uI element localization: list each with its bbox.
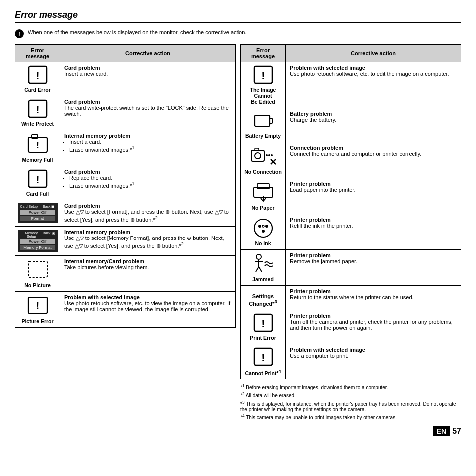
no-picture-icon <box>27 259 49 280</box>
action-cell: Internal memory/Card problem Take pictur… <box>60 256 236 292</box>
svg-rect-15 <box>270 118 272 123</box>
icon-cell-battery-empty: Battery Empty <box>241 108 286 142</box>
footnote-4: *4 This camera may be unable to print im… <box>240 413 461 420</box>
page-number-area: EN 57 <box>15 426 461 436</box>
left-table: Error message Corrective action ! Card E… <box>15 44 236 328</box>
settings-changed-label: SettingsChanged*3 <box>243 290 283 307</box>
print-error-icon: ! <box>253 313 273 332</box>
intro-note: ! When one of the messages below is disp… <box>15 29 461 38</box>
action-cell: Problem with selected image Use photo re… <box>60 292 236 328</box>
action-cell: Connection problem Connect the camera an… <box>286 142 461 178</box>
svg-rect-14 <box>255 115 270 126</box>
table-row: ! Cannot Print*4 Problem with selected i… <box>241 344 461 379</box>
footnotes: *1 Before erasing important images, down… <box>240 383 461 420</box>
footnote-2: *2 All data will be erased. <box>240 391 461 398</box>
icon-label: Card Full <box>17 191 58 197</box>
icon-label: Card Error <box>17 87 58 93</box>
icon-label: Cannot Print*4 <box>243 369 283 376</box>
svg-rect-9 <box>28 261 47 277</box>
icon-label: No Connection <box>243 169 283 175</box>
no-paper-icon <box>252 181 274 202</box>
jammed-icon <box>252 253 275 274</box>
table-row: No Picture Internal memory/Card problem … <box>15 256 236 292</box>
svg-text:!: ! <box>261 351 265 364</box>
action-cell: Card problem Insert a new card. <box>60 62 236 96</box>
action-cell: Card problem The card write-protect swit… <box>60 96 236 130</box>
icon-label: Memory Full <box>17 157 58 163</box>
svg-point-28 <box>258 225 261 228</box>
warning-icon: ! <box>15 29 24 38</box>
svg-rect-17 <box>255 148 259 151</box>
icon-cell-jammed: Jammed <box>241 250 286 286</box>
footnote-1: *1 Before erasing important images, down… <box>240 383 461 390</box>
left-column: Error message Corrective action ! Card E… <box>15 44 236 421</box>
icon-label: No Picture <box>17 282 58 288</box>
svg-point-30 <box>262 230 265 233</box>
svg-point-32 <box>256 254 261 259</box>
table-row: Memory SetupBack ▣ Power Off Memory Form… <box>15 227 236 256</box>
footnote-3: *3 This is displayed, for instance, when… <box>240 400 461 412</box>
svg-point-31 <box>262 225 264 227</box>
right-column: Error message Corrective action ! The Im… <box>240 44 461 421</box>
exclamation-card-icon3: ! <box>28 169 48 188</box>
table-row: ! Card Full Card problem Replace the car… <box>15 166 236 200</box>
svg-point-27 <box>254 219 272 237</box>
icon-cell-memory-full: ! Memory Full <box>15 130 60 166</box>
table-row: SettingsChanged*3 Printer problem Return… <box>241 286 461 310</box>
svg-text:!: ! <box>261 317 265 330</box>
svg-line-35 <box>256 267 259 272</box>
left-col2-header: Corrective action <box>60 45 236 62</box>
no-ink-icon <box>252 217 274 238</box>
icon-cell-no-paper: No Paper <box>241 178 286 214</box>
icon-cell-card-setup: Card SetupBack ▣ Power Off Format <box>15 200 60 227</box>
icon-cell-no-connection: No Connection <box>241 142 286 178</box>
icon-label: Picture Error <box>17 318 58 324</box>
page-number: 57 <box>452 427 461 436</box>
intro-text: When one of the messages below is displa… <box>28 29 246 35</box>
exclamation-card-icon4: ! <box>253 65 273 84</box>
right-col2-header: Corrective action <box>286 45 461 62</box>
svg-point-29 <box>265 225 268 228</box>
icon-cell-write-protect: ! Write Protect <box>15 96 60 130</box>
svg-text:!: ! <box>36 173 39 186</box>
action-cell: Problem with selected image Use a comput… <box>286 344 461 379</box>
action-cell: Card problem Use △▽ to select [Format], … <box>60 200 236 227</box>
icon-cell-image-cannot-edit: ! The Image CannotBe Edited <box>241 62 286 108</box>
svg-point-19 <box>266 154 268 156</box>
svg-text:!: ! <box>36 103 39 116</box>
action-cell: Battery problem Charge the battery. <box>286 108 461 142</box>
icon-cell-settings-changed: SettingsChanged*3 <box>241 286 286 310</box>
icon-label: Jammed <box>243 276 283 282</box>
action-cell: Problem with selected image Use photo re… <box>286 62 461 108</box>
icon-cell-memory-setup: Memory SetupBack ▣ Power Off Memory Form… <box>15 227 60 256</box>
right-col1-header: Error message <box>241 45 286 62</box>
table-row: No Connection Connection problem Connect… <box>241 142 461 178</box>
svg-point-18 <box>255 153 261 159</box>
memory-full-icon: ! <box>27 133 49 154</box>
action-cell: Printer problem Remove the jammed paper. <box>286 250 461 286</box>
svg-rect-25 <box>257 184 269 189</box>
svg-point-20 <box>268 154 270 156</box>
svg-text:!: ! <box>36 140 39 150</box>
icon-label: No Paper <box>243 205 283 211</box>
action-cell: Internal memory problem Use △▽ to select… <box>60 227 236 256</box>
action-cell: Card problem Replace the card. Erase unw… <box>60 166 236 200</box>
exclamation-card-icon5: ! <box>253 347 273 366</box>
icon-label: Write Protect <box>17 121 58 127</box>
page-title: Error message <box>15 10 461 23</box>
icon-label: No Ink <box>243 240 283 246</box>
icon-cell-card-full: ! Card Full <box>15 166 60 200</box>
card-setup-screen: Card SetupBack ▣ Power Off Format <box>18 203 58 223</box>
exclamation-card-icon2: ! <box>28 99 48 118</box>
icon-cell-picture-error: ! Picture Error <box>15 292 60 328</box>
action-cell: Internal memory problem Insert a card. E… <box>60 130 236 166</box>
no-connection-icon <box>251 145 276 166</box>
svg-point-21 <box>271 154 273 156</box>
main-layout: Error message Corrective action ! Card E… <box>15 44 461 421</box>
action-cell: Printer problem Turn off the camera and … <box>286 310 461 344</box>
table-row: ! Card Error Card problem Insert a new c… <box>15 62 236 96</box>
table-row: Jammed Printer problem Remove the jammed… <box>241 250 461 286</box>
table-row: No Paper Printer problem Load paper into… <box>241 178 461 214</box>
table-row: ! The Image CannotBe Edited Problem with… <box>241 62 461 108</box>
action-cell: Printer problem Load paper into the prin… <box>286 178 461 214</box>
